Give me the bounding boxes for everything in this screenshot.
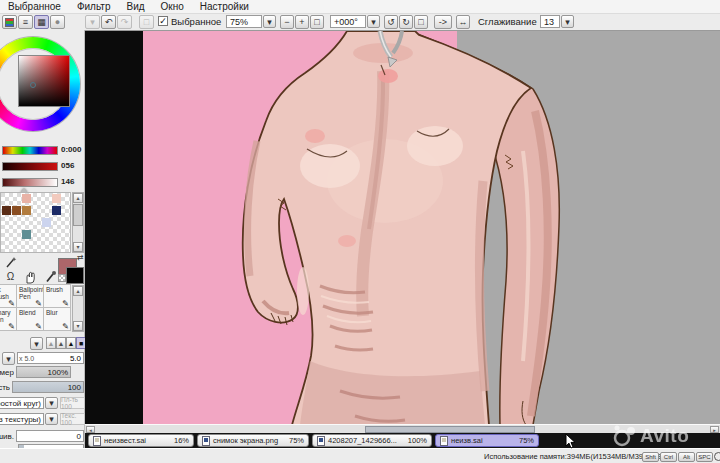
brush-binary-pen[interactable]: Binary Pen✎ [0, 307, 17, 331]
scroll-right-icon[interactable]: ▸ [710, 426, 719, 433]
swatch[interactable] [2, 206, 11, 215]
selection-tool[interactable] [21, 256, 40, 269]
scratchpad-icon: ● [55, 17, 60, 27]
swatch[interactable] [22, 206, 31, 215]
rotate-canvas-tool[interactable]: Ω [1, 270, 20, 283]
toggle-scratchpad-button[interactable]: ● [50, 15, 65, 29]
status-bar: Использование памяти:394МБ(И1534МВ/М3918… [0, 448, 720, 463]
hand-tool[interactable] [21, 270, 40, 283]
file-tab[interactable]: снимок экрана.png 75% [197, 434, 309, 447]
menu-filter[interactable]: Фильтр [69, 0, 119, 14]
swatch[interactable] [42, 218, 51, 227]
file-tab[interactable]: 4208207_1429666... 100% [312, 434, 432, 447]
toggle-color-wheel-button[interactable] [2, 15, 17, 29]
history-dropdown-button[interactable]: ▾ [85, 15, 100, 29]
scroll-up-icon[interactable]: ▴ [73, 193, 83, 203]
brush-shape-select[interactable]: (простой круг) [0, 397, 44, 409]
chevron-down-icon: ▾ [565, 17, 570, 27]
scroll-thumb[interactable] [365, 426, 535, 433]
hardness-disabled-field: Пл-ть 100 [60, 397, 85, 409]
menu-window[interactable]: Окно [153, 0, 192, 14]
blend-value: 0 [77, 431, 81, 441]
brush-ballpoint-pen[interactable]: Ballpoint Pen✎ [16, 284, 44, 308]
scroll-up-icon[interactable]: ▴ [73, 286, 83, 296]
chevron-down-icon: ▾ [6, 354, 11, 364]
brush-edge-softest[interactable]: ▲ [46, 337, 56, 349]
swatch[interactable] [52, 206, 61, 215]
brush-ink-brush[interactable]: Ink Brush✎ [0, 284, 17, 308]
canvas-viewport[interactable] [85, 30, 720, 424]
horizontal-scrollbar[interactable]: ◂ ▸ [85, 424, 720, 433]
menu-settings[interactable]: Настройки [192, 0, 257, 14]
zoom-out-button[interactable]: − [280, 15, 294, 29]
swatch[interactable] [22, 230, 31, 239]
swatch-scroll-thumb[interactable] [73, 204, 83, 226]
sliders-icon: ≡ [23, 17, 28, 27]
density-slider[interactable]: 100 [12, 381, 84, 393]
selection-checkbox[interactable]: ✓ [158, 16, 168, 26]
rotate-cw-button[interactable]: ↻ [399, 15, 413, 29]
size-value: 5.0 [70, 354, 81, 363]
file-tab[interactable]: неизвест.sai 16% [88, 434, 194, 447]
menu-view[interactable]: Вид [118, 0, 152, 14]
deselect-button[interactable]: □ [139, 15, 154, 29]
smoothing-value-field[interactable]: 13 [540, 15, 560, 28]
magic-wand-tool[interactable] [1, 256, 20, 269]
redo-button[interactable]: ↷ [117, 15, 132, 29]
scroll-down-icon[interactable]: ▾ [73, 242, 83, 252]
angle-reset-button[interactable]: □ [414, 15, 428, 29]
chevron-down-icon[interactable]: ▾ [45, 413, 58, 425]
menu-selection[interactable]: Выбранное [0, 0, 69, 14]
blend-slider[interactable]: 0 [16, 430, 84, 442]
hue-slider[interactable] [2, 146, 58, 155]
brush-size-field[interactable]: x 5.0 5.0 [17, 352, 84, 364]
brush-edge-soft[interactable]: ▲ [56, 337, 66, 349]
brush-texture-select[interactable]: (без текстуры) [0, 413, 44, 425]
flip-button[interactable]: ↔ [456, 15, 470, 29]
scroll-down-icon[interactable]: ▾ [73, 321, 83, 331]
brush-edge-hard[interactable]: ▲ [66, 337, 76, 349]
swatch-scrollbar[interactable]: ▴ ▾ [72, 192, 84, 253]
swap-colors-icon[interactable]: ⇄ [77, 253, 84, 262]
saturation-slider[interactable] [2, 162, 58, 171]
zoom-in-button[interactable]: + [295, 15, 309, 29]
zoom-reset-button[interactable]: □ [310, 15, 324, 29]
transfer-button[interactable]: -> [434, 15, 452, 29]
undo-button[interactable]: ↶ [101, 15, 116, 29]
file-tab-active[interactable]: неизв.sai 75% [435, 434, 539, 447]
tab-filename: неизв.sai [451, 436, 483, 445]
background-color-swatch[interactable] [66, 267, 84, 284]
pen-icon: ✎ [62, 300, 69, 307]
chevron-down-icon[interactable]: ▾ [45, 397, 58, 409]
toggle-sliders-button[interactable]: ≡ [18, 15, 33, 29]
shift-key-indicator: Shft [642, 452, 659, 462]
min-size-value: 100% [48, 367, 68, 377]
minus-icon: − [284, 17, 289, 27]
swatch[interactable] [12, 206, 21, 215]
menu-bar: Выбранное Фильтр Вид Окно Настройки [0, 0, 720, 14]
angle-dropdown-button[interactable]: ▾ [367, 15, 380, 28]
min-size-slider[interactable]: 100% [16, 366, 71, 378]
swatch[interactable] [52, 194, 61, 203]
brush-blend[interactable]: Blend✎ [16, 307, 44, 331]
transparency-icon[interactable] [58, 274, 66, 282]
min-size-label: Мин. размер [0, 368, 14, 377]
scroll-left-icon[interactable]: ◂ [86, 426, 95, 433]
saturation-value-picker[interactable] [18, 55, 70, 107]
value-slider-value: 146 [61, 177, 84, 187]
brush-blur[interactable]: Blur✎ [43, 307, 71, 331]
shape-dropdown-button[interactable]: ▾ [30, 337, 43, 350]
smoothing-dropdown-button[interactable]: ▾ [561, 15, 574, 28]
density-value: 100 [68, 382, 81, 392]
toggle-swatches-button[interactable]: ▦ [34, 15, 49, 29]
swatch[interactable] [22, 194, 31, 203]
rotate-ccw-button[interactable]: ↺ [384, 15, 398, 29]
size-unit-dropdown-button[interactable]: ▾ [2, 352, 15, 365]
zoom-dropdown-button[interactable]: ▾ [263, 15, 276, 28]
zoom-value-field[interactable]: 75% [226, 15, 262, 28]
brush-scrollbar[interactable]: ▴ ▾ [72, 285, 84, 332]
value-slider[interactable] [2, 178, 58, 187]
brush-brush[interactable]: Brush✎ [43, 284, 71, 308]
angle-value-field[interactable]: +000° [330, 15, 366, 28]
texture-strength-disabled-field: Текс. 100 [60, 413, 85, 425]
